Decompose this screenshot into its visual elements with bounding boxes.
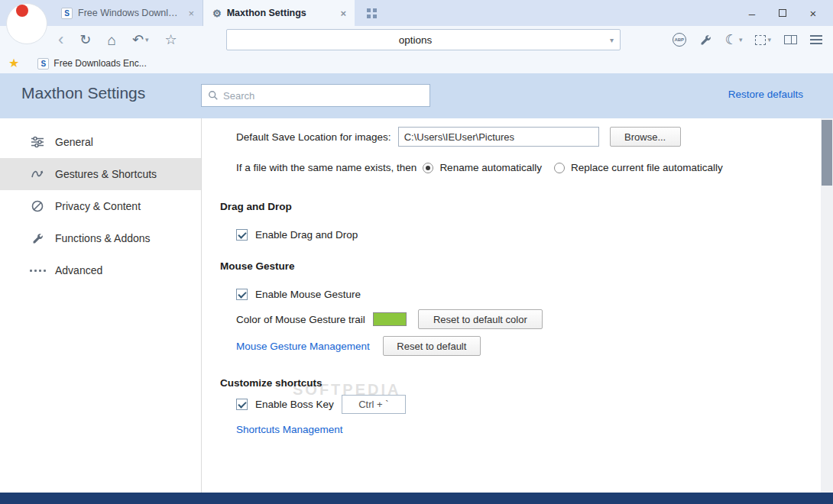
bookmark-label: Free Downloads Enc...: [53, 58, 146, 69]
enable-boss-key-label[interactable]: Enable Boss Key: [255, 399, 334, 410]
radio-replace-label[interactable]: Replace current file automatically: [571, 162, 723, 173]
home-icon[interactable]: ⌂: [107, 33, 115, 47]
enable-mouse-gesture-checkbox[interactable]: [236, 289, 248, 300]
slashed-circle-icon: [31, 199, 44, 213]
boss-key-row: Enable Boss Key: [236, 395, 406, 414]
search-icon: [208, 90, 219, 101]
same-name-row: If a file with the same name exists, the…: [236, 162, 723, 173]
close-button[interactable]: ×: [798, 0, 828, 26]
vertical-scrollbar[interactable]: [821, 118, 833, 493]
save-location-input[interactable]: [398, 127, 599, 147]
hamburger-icon: [810, 35, 822, 44]
maxthon-logo-icon[interactable]: [16, 5, 28, 17]
radio-rename-automatically[interactable]: [423, 163, 433, 173]
mouse-gesture-heading: Mouse Gesture: [220, 260, 295, 272]
back-icon[interactable]: ‹: [58, 31, 63, 48]
tab-free-windows-downloads[interactable]: S Free Windows Downloads ×: [52, 0, 203, 26]
radio-rename-label[interactable]: Rename automatically: [439, 162, 542, 173]
shortcuts-management-row: Shortcuts Management: [236, 424, 343, 435]
enable-drag-drop-label[interactable]: Enable Drag and Drop: [255, 229, 358, 241]
undo-dropdown-icon[interactable]: ▾: [145, 37, 149, 44]
settings-content: SOFTPEDIA Default Save Location for imag…: [203, 118, 821, 493]
favorite-star-icon[interactable]: ☆: [165, 33, 177, 47]
sidebar-item-gestures-shortcuts[interactable]: Gestures & Shortcuts: [0, 158, 201, 190]
address-input[interactable]: [227, 34, 604, 46]
same-name-label: If a file with the same name exists, the…: [236, 162, 416, 173]
bookmark-item[interactable]: S Free Downloads Enc...: [37, 58, 146, 69]
trail-color-swatch[interactable]: [373, 312, 407, 326]
navigation-icons: ‹ ↻ ⌂ ↶▾ ☆: [58, 26, 177, 53]
mouse-gesture-management-link[interactable]: Mouse Gesture Management: [236, 341, 370, 352]
save-location-row: Default Save Location for images: Browse…: [236, 127, 681, 147]
tab-maxthon-settings[interactable]: ⚙ Maxthon Settings ×: [203, 0, 355, 26]
gesture-icon: [31, 167, 44, 181]
tab-label: Free Windows Downloads: [78, 8, 180, 18]
capture-dropdown-icon[interactable]: ▾: [767, 37, 771, 44]
boss-key-input[interactable]: [342, 395, 406, 414]
enable-mouse-gesture-label[interactable]: Enable Mouse Gesture: [255, 289, 361, 300]
browse-button[interactable]: Browse...: [610, 127, 681, 147]
sidebar-item-label: Gestures & Shortcuts: [55, 168, 157, 180]
sidebar-item-advanced[interactable]: Advanced: [0, 254, 201, 286]
sidebar-item-privacy-content[interactable]: Privacy & Content: [0, 190, 201, 222]
tab-list-grid-icon[interactable]: [367, 8, 377, 18]
main-menu-icon[interactable]: [810, 35, 822, 44]
reset-color-button[interactable]: Reset to default color: [418, 309, 543, 329]
night-mode-moon-icon[interactable]: ☾▾: [725, 33, 743, 47]
sidebar-item-label: Functions & Addons: [55, 232, 151, 244]
drag-and-drop-heading: Drag and Drop: [220, 201, 292, 212]
scrollbar-thumb[interactable]: [822, 120, 832, 186]
enable-boss-key-checkbox[interactable]: [236, 399, 248, 410]
page-title: Maxthon Settings: [21, 84, 145, 102]
tab-label: Maxthon Settings: [227, 8, 333, 18]
address-bar[interactable]: ▾: [226, 29, 621, 50]
tab-close-icon[interactable]: ×: [338, 8, 348, 19]
bookmarks-bar: ★ S Free Downloads Enc...: [0, 53, 833, 73]
toolbar-right-icons: ABP ☾▾ ▾: [673, 26, 822, 53]
trail-color-label: Color of Mouse Gesture trail: [236, 314, 365, 325]
settings-search-box[interactable]: [201, 84, 430, 107]
radio-replace-current-file[interactable]: [554, 163, 565, 173]
settings-header: Maxthon Settings Restore defaults: [0, 73, 833, 118]
capture-frame-icon: [755, 35, 766, 45]
tools-wrench-icon[interactable]: [699, 34, 712, 47]
sidebar-item-label: General: [55, 136, 93, 148]
bottom-status-bar: [0, 493, 833, 504]
softpedia-bookmark-icon: S: [37, 58, 49, 69]
maximize-icon: [779, 9, 786, 17]
split-screen-icon[interactable]: [784, 35, 797, 44]
restore-defaults-link[interactable]: Restore defaults: [728, 89, 803, 100]
reset-to-default-button[interactable]: Reset to default: [383, 336, 481, 356]
ellipsis-icon: [31, 263, 44, 277]
address-dropdown-icon[interactable]: ▾: [604, 36, 620, 44]
refresh-icon[interactable]: ↻: [79, 33, 91, 47]
screen-capture-icon[interactable]: ▾: [755, 35, 771, 45]
minimize-button[interactable]: –: [737, 0, 767, 26]
window-controls: – ×: [737, 0, 828, 26]
enable-drag-drop-checkbox[interactable]: [236, 229, 248, 241]
undo-icon[interactable]: ↶▾: [132, 33, 149, 47]
sidebar-item-general[interactable]: General: [0, 126, 201, 158]
customize-shortcuts-heading: Customize shortcuts: [220, 377, 323, 389]
enable-drag-drop-row: Enable Drag and Drop: [236, 229, 358, 241]
wrench-icon: [699, 34, 712, 47]
settings-search-input[interactable]: [223, 90, 423, 102]
title-bar: S Free Windows Downloads × ⚙ Maxthon Set…: [0, 0, 833, 26]
adblock-abp-icon[interactable]: ABP: [673, 33, 686, 47]
trail-color-row: Color of Mouse Gesture trail Reset to de…: [236, 309, 543, 329]
gear-favicon-icon: ⚙: [212, 8, 222, 18]
night-mode-dropdown-icon[interactable]: ▾: [739, 37, 743, 44]
maximize-button[interactable]: [767, 0, 798, 26]
sidebar-item-label: Privacy & Content: [55, 200, 141, 212]
enable-mouse-gesture-row: Enable Mouse Gesture: [236, 289, 361, 300]
sidebar-item-functions-addons[interactable]: Functions & Addons: [0, 222, 201, 254]
gesture-management-row: Mouse Gesture Management Reset to defaul…: [236, 336, 481, 356]
sliders-icon: [31, 135, 44, 149]
settings-sidebar: General Gestures & Shortcuts Privacy & C…: [0, 118, 202, 493]
bookmarks-star-icon[interactable]: ★: [8, 57, 19, 69]
tab-close-icon[interactable]: ×: [186, 8, 196, 19]
maxthon-browser-window: S Free Windows Downloads × ⚙ Maxthon Set…: [0, 0, 833, 504]
shortcuts-management-link[interactable]: Shortcuts Management: [236, 424, 343, 435]
browser-toolbar: ‹ ↻ ⌂ ↶▾ ☆ ▾ ABP ☾▾ ▾: [0, 26, 833, 53]
wrench-tools-icon: [31, 231, 44, 245]
